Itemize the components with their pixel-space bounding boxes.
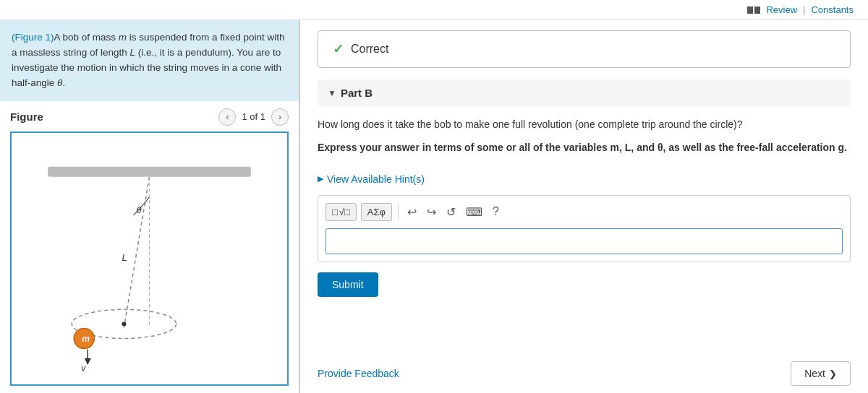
hint-arrow-icon: ▶: [318, 174, 323, 183]
undo-button[interactable]: ↩: [404, 204, 420, 220]
keyboard-button[interactable]: ⌨: [463, 204, 485, 220]
svg-text:v: v: [81, 363, 86, 373]
figure-link[interactable]: (Figure 1): [12, 32, 54, 43]
divider: |: [803, 4, 805, 15]
part-label: Part B: [341, 87, 373, 99]
question-area: How long does it take the bob to make on…: [318, 116, 851, 163]
submit-button[interactable]: Submit: [318, 272, 378, 297]
svg-text:L: L: [122, 252, 127, 263]
sqrt-symbol: √□: [339, 207, 350, 217]
svg-rect-0: [48, 167, 251, 177]
next-arrow-icon: ❯: [829, 368, 837, 379]
part-collapse-icon[interactable]: ▼: [328, 88, 336, 98]
redo-button[interactable]: ↪: [424, 204, 439, 220]
figure-nav-label: 1 of 1: [242, 111, 265, 122]
math-input-box: □ √□ ΑΣφ ↩ ↪ ↺ ⌨ ?: [318, 195, 851, 262]
left-panel: (Figure 1)A bob of mass m is suspended f…: [0, 20, 300, 393]
main-layout: (Figure 1)A bob of mass m is suspended f…: [0, 20, 868, 393]
top-bar: Review | Constants: [0, 0, 868, 20]
svg-line-1: [124, 177, 149, 328]
right-panel: ✓ Correct ▼ Part B How long does it take…: [300, 20, 868, 393]
correct-banner: ✓ Correct: [318, 30, 851, 68]
figure-svg: θ L m v: [12, 133, 287, 384]
correct-label: Correct: [351, 43, 388, 56]
toolbar-divider: [398, 204, 399, 219]
reset-button[interactable]: ↺: [443, 204, 459, 220]
problem-text: (Figure 1)A bob of mass m is suspended f…: [0, 20, 299, 101]
help-button[interactable]: ?: [490, 204, 502, 220]
review-link[interactable]: Review: [766, 4, 797, 15]
hint-area: ▶ View Available Hint(s) □ √□ ΑΣφ ↩ ↪ ↺: [318, 173, 851, 297]
svg-text:θ: θ: [136, 204, 141, 215]
figure-next-button[interactable]: ›: [271, 108, 289, 126]
question-main: How long does it take the bob to make on…: [318, 116, 851, 132]
constants-link[interactable]: Constants: [811, 4, 854, 15]
bottom-bar: Provide Feedback Next ❯: [300, 354, 868, 393]
figure-canvas: θ L m v: [10, 131, 289, 386]
greek-icon: ΑΣφ: [367, 207, 386, 217]
svg-point-6: [122, 321, 126, 326]
top-bar-right: Review | Constants: [747, 4, 854, 15]
feedback-link[interactable]: Provide Feedback: [318, 368, 399, 379]
math-input-field[interactable]: [326, 228, 843, 254]
fraction-sqrt-icon: □: [332, 207, 338, 217]
figure-header: Figure ‹ 1 of 1 ›: [10, 108, 289, 126]
figure-section: Figure ‹ 1 of 1 › θ: [0, 101, 299, 393]
check-icon: ✓: [333, 41, 344, 57]
math-toolbar: □ √□ ΑΣφ ↩ ↪ ↺ ⌨ ?: [326, 203, 843, 221]
figure-nav: ‹ 1 of 1 ›: [218, 108, 289, 126]
next-button[interactable]: Next ❯: [791, 361, 851, 386]
question-bold: Express your answer in terms of some or …: [318, 139, 851, 155]
review-icon: [747, 7, 760, 14]
part-section: ▼ Part B: [318, 79, 851, 106]
svg-text:m: m: [82, 334, 90, 344]
fraction-sqrt-button[interactable]: □ √□: [326, 203, 357, 221]
greek-button[interactable]: ΑΣφ: [361, 203, 392, 221]
hint-label: View Available Hint(s): [327, 173, 425, 185]
figure-title: Figure: [10, 111, 43, 123]
hint-link[interactable]: ▶ View Available Hint(s): [318, 173, 851, 185]
next-label: Next: [804, 368, 825, 379]
figure-prev-button[interactable]: ‹: [218, 108, 236, 126]
